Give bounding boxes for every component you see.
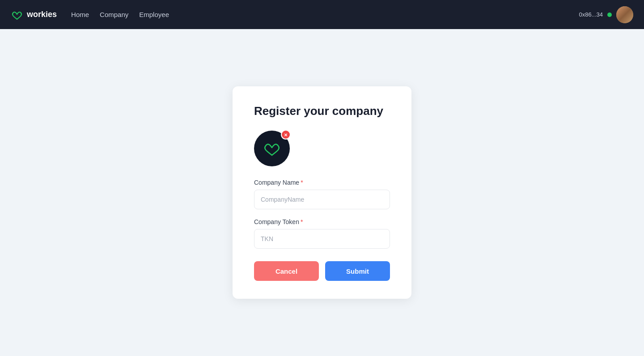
- required-star-name: *: [301, 179, 303, 186]
- nav-employee[interactable]: Employee: [139, 11, 169, 18]
- nav-links: Home Company Employee: [71, 11, 564, 18]
- avatar-image: [616, 6, 633, 23]
- connection-status-dot: [607, 13, 612, 17]
- remove-logo-button[interactable]: ×: [281, 130, 291, 140]
- brand-logo[interactable]: workies: [11, 8, 57, 21]
- company-token-label: Company Token*: [254, 218, 390, 225]
- navbar: workies Home Company Employee 0x86...34: [0, 0, 644, 29]
- register-card: Register your company × Company Name* Co…: [233, 86, 411, 299]
- company-logo-icon: [262, 139, 282, 158]
- cancel-button[interactable]: Cancel: [254, 261, 319, 281]
- navbar-right: 0x86...34: [579, 6, 634, 23]
- submit-button[interactable]: Submit: [325, 261, 390, 281]
- wallet-address: 0x86...34: [579, 11, 603, 18]
- logo-wrapper: ×: [254, 131, 290, 166]
- main-content: Register your company × Company Name* Co…: [0, 29, 644, 356]
- nav-home[interactable]: Home: [71, 11, 89, 18]
- company-token-group: Company Token*: [254, 218, 390, 249]
- nav-company[interactable]: Company: [100, 11, 128, 18]
- company-token-input[interactable]: [254, 229, 390, 249]
- required-star-token: *: [301, 218, 303, 225]
- avatar[interactable]: [616, 6, 633, 23]
- company-name-group: Company Name*: [254, 179, 390, 209]
- company-name-label: Company Name*: [254, 179, 390, 186]
- company-name-input[interactable]: [254, 190, 390, 209]
- form-actions: Cancel Submit: [254, 261, 390, 281]
- card-title: Register your company: [254, 104, 390, 118]
- brand-icon: [11, 8, 23, 21]
- brand-name: workies: [27, 10, 57, 19]
